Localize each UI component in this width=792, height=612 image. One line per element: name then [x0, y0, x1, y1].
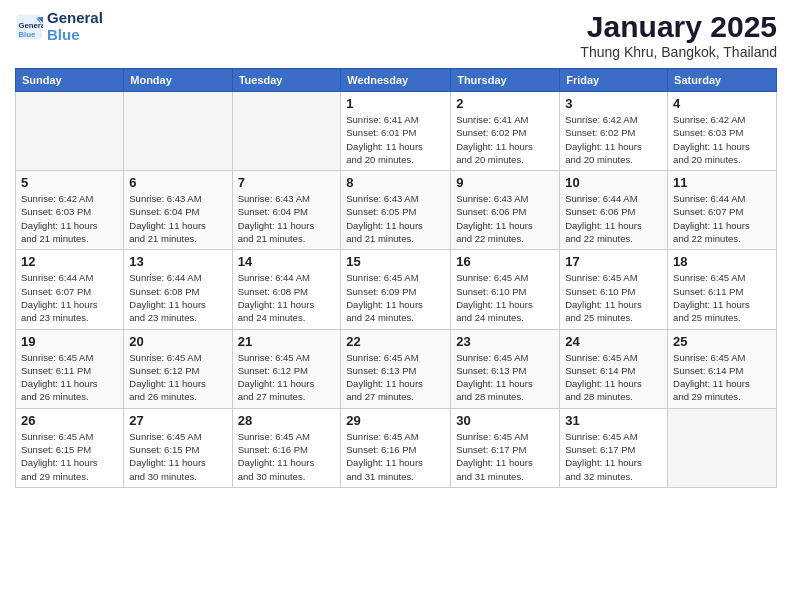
calendar-cell: 26Sunrise: 6:45 AM Sunset: 6:15 PM Dayli…	[16, 408, 124, 487]
day-number: 31	[565, 413, 662, 428]
calendar-cell: 6Sunrise: 6:43 AM Sunset: 6:04 PM Daylig…	[124, 171, 232, 250]
day-info: Sunrise: 6:42 AM Sunset: 6:03 PM Dayligh…	[673, 113, 771, 166]
day-number: 26	[21, 413, 118, 428]
calendar-cell: 3Sunrise: 6:42 AM Sunset: 6:02 PM Daylig…	[560, 92, 668, 171]
calendar-cell: 15Sunrise: 6:45 AM Sunset: 6:09 PM Dayli…	[341, 250, 451, 329]
calendar-cell: 20Sunrise: 6:45 AM Sunset: 6:12 PM Dayli…	[124, 329, 232, 408]
logo-blue: Blue	[47, 27, 103, 44]
day-number: 22	[346, 334, 445, 349]
day-number: 27	[129, 413, 226, 428]
day-info: Sunrise: 6:45 AM Sunset: 6:12 PM Dayligh…	[129, 351, 226, 404]
calendar-week-4: 26Sunrise: 6:45 AM Sunset: 6:15 PM Dayli…	[16, 408, 777, 487]
calendar-cell: 11Sunrise: 6:44 AM Sunset: 6:07 PM Dayli…	[668, 171, 777, 250]
logo: General Blue General Blue	[15, 10, 103, 43]
col-header-wednesday: Wednesday	[341, 69, 451, 92]
day-info: Sunrise: 6:41 AM Sunset: 6:01 PM Dayligh…	[346, 113, 445, 166]
calendar-cell	[668, 408, 777, 487]
calendar-cell: 30Sunrise: 6:45 AM Sunset: 6:17 PM Dayli…	[451, 408, 560, 487]
day-number: 3	[565, 96, 662, 111]
calendar-cell: 31Sunrise: 6:45 AM Sunset: 6:17 PM Dayli…	[560, 408, 668, 487]
day-number: 9	[456, 175, 554, 190]
day-info: Sunrise: 6:42 AM Sunset: 6:03 PM Dayligh…	[21, 192, 118, 245]
day-info: Sunrise: 6:44 AM Sunset: 6:07 PM Dayligh…	[21, 271, 118, 324]
calendar-cell: 21Sunrise: 6:45 AM Sunset: 6:12 PM Dayli…	[232, 329, 341, 408]
calendar-cell: 22Sunrise: 6:45 AM Sunset: 6:13 PM Dayli…	[341, 329, 451, 408]
col-header-monday: Monday	[124, 69, 232, 92]
day-number: 15	[346, 254, 445, 269]
header: General Blue General Blue January 2025 T…	[15, 10, 777, 60]
day-number: 20	[129, 334, 226, 349]
day-number: 1	[346, 96, 445, 111]
day-number: 8	[346, 175, 445, 190]
day-number: 4	[673, 96, 771, 111]
day-info: Sunrise: 6:45 AM Sunset: 6:10 PM Dayligh…	[456, 271, 554, 324]
day-info: Sunrise: 6:44 AM Sunset: 6:08 PM Dayligh…	[238, 271, 336, 324]
day-number: 13	[129, 254, 226, 269]
subtitle: Thung Khru, Bangkok, Thailand	[580, 44, 777, 60]
day-info: Sunrise: 6:44 AM Sunset: 6:07 PM Dayligh…	[673, 192, 771, 245]
day-info: Sunrise: 6:42 AM Sunset: 6:02 PM Dayligh…	[565, 113, 662, 166]
calendar-cell: 13Sunrise: 6:44 AM Sunset: 6:08 PM Dayli…	[124, 250, 232, 329]
calendar-cell: 24Sunrise: 6:45 AM Sunset: 6:14 PM Dayli…	[560, 329, 668, 408]
day-number: 21	[238, 334, 336, 349]
day-number: 6	[129, 175, 226, 190]
calendar-cell: 29Sunrise: 6:45 AM Sunset: 6:16 PM Dayli…	[341, 408, 451, 487]
day-number: 14	[238, 254, 336, 269]
calendar-week-0: 1Sunrise: 6:41 AM Sunset: 6:01 PM Daylig…	[16, 92, 777, 171]
calendar-cell: 25Sunrise: 6:45 AM Sunset: 6:14 PM Dayli…	[668, 329, 777, 408]
calendar-cell: 4Sunrise: 6:42 AM Sunset: 6:03 PM Daylig…	[668, 92, 777, 171]
day-info: Sunrise: 6:45 AM Sunset: 6:14 PM Dayligh…	[673, 351, 771, 404]
day-info: Sunrise: 6:43 AM Sunset: 6:04 PM Dayligh…	[238, 192, 336, 245]
calendar-header-row: SundayMondayTuesdayWednesdayThursdayFrid…	[16, 69, 777, 92]
day-info: Sunrise: 6:45 AM Sunset: 6:15 PM Dayligh…	[129, 430, 226, 483]
main-title: January 2025	[580, 10, 777, 44]
day-number: 30	[456, 413, 554, 428]
day-number: 2	[456, 96, 554, 111]
calendar-cell	[232, 92, 341, 171]
calendar-week-1: 5Sunrise: 6:42 AM Sunset: 6:03 PM Daylig…	[16, 171, 777, 250]
logo-general: General	[47, 10, 103, 27]
calendar-cell: 14Sunrise: 6:44 AM Sunset: 6:08 PM Dayli…	[232, 250, 341, 329]
day-info: Sunrise: 6:45 AM Sunset: 6:15 PM Dayligh…	[21, 430, 118, 483]
day-info: Sunrise: 6:43 AM Sunset: 6:06 PM Dayligh…	[456, 192, 554, 245]
calendar-cell: 23Sunrise: 6:45 AM Sunset: 6:13 PM Dayli…	[451, 329, 560, 408]
col-header-friday: Friday	[560, 69, 668, 92]
page: General Blue General Blue January 2025 T…	[0, 0, 792, 612]
day-info: Sunrise: 6:45 AM Sunset: 6:12 PM Dayligh…	[238, 351, 336, 404]
day-number: 17	[565, 254, 662, 269]
calendar-cell: 1Sunrise: 6:41 AM Sunset: 6:01 PM Daylig…	[341, 92, 451, 171]
day-number: 19	[21, 334, 118, 349]
day-info: Sunrise: 6:44 AM Sunset: 6:06 PM Dayligh…	[565, 192, 662, 245]
calendar-week-2: 12Sunrise: 6:44 AM Sunset: 6:07 PM Dayli…	[16, 250, 777, 329]
day-number: 28	[238, 413, 336, 428]
day-number: 11	[673, 175, 771, 190]
day-number: 5	[21, 175, 118, 190]
day-info: Sunrise: 6:45 AM Sunset: 6:11 PM Dayligh…	[673, 271, 771, 324]
col-header-tuesday: Tuesday	[232, 69, 341, 92]
day-info: Sunrise: 6:45 AM Sunset: 6:14 PM Dayligh…	[565, 351, 662, 404]
calendar-cell: 8Sunrise: 6:43 AM Sunset: 6:05 PM Daylig…	[341, 171, 451, 250]
calendar-cell: 7Sunrise: 6:43 AM Sunset: 6:04 PM Daylig…	[232, 171, 341, 250]
day-info: Sunrise: 6:43 AM Sunset: 6:05 PM Dayligh…	[346, 192, 445, 245]
calendar-table: SundayMondayTuesdayWednesdayThursdayFrid…	[15, 68, 777, 488]
logo-icon: General Blue	[15, 13, 43, 41]
day-number: 10	[565, 175, 662, 190]
day-info: Sunrise: 6:45 AM Sunset: 6:16 PM Dayligh…	[346, 430, 445, 483]
calendar-cell: 16Sunrise: 6:45 AM Sunset: 6:10 PM Dayli…	[451, 250, 560, 329]
calendar-cell	[16, 92, 124, 171]
day-number: 18	[673, 254, 771, 269]
day-number: 29	[346, 413, 445, 428]
day-info: Sunrise: 6:45 AM Sunset: 6:16 PM Dayligh…	[238, 430, 336, 483]
day-number: 24	[565, 334, 662, 349]
day-info: Sunrise: 6:44 AM Sunset: 6:08 PM Dayligh…	[129, 271, 226, 324]
day-number: 16	[456, 254, 554, 269]
calendar-cell: 17Sunrise: 6:45 AM Sunset: 6:10 PM Dayli…	[560, 250, 668, 329]
day-number: 25	[673, 334, 771, 349]
calendar-cell	[124, 92, 232, 171]
day-info: Sunrise: 6:45 AM Sunset: 6:11 PM Dayligh…	[21, 351, 118, 404]
day-info: Sunrise: 6:45 AM Sunset: 6:10 PM Dayligh…	[565, 271, 662, 324]
col-header-saturday: Saturday	[668, 69, 777, 92]
calendar-cell: 2Sunrise: 6:41 AM Sunset: 6:02 PM Daylig…	[451, 92, 560, 171]
day-number: 7	[238, 175, 336, 190]
calendar-week-3: 19Sunrise: 6:45 AM Sunset: 6:11 PM Dayli…	[16, 329, 777, 408]
